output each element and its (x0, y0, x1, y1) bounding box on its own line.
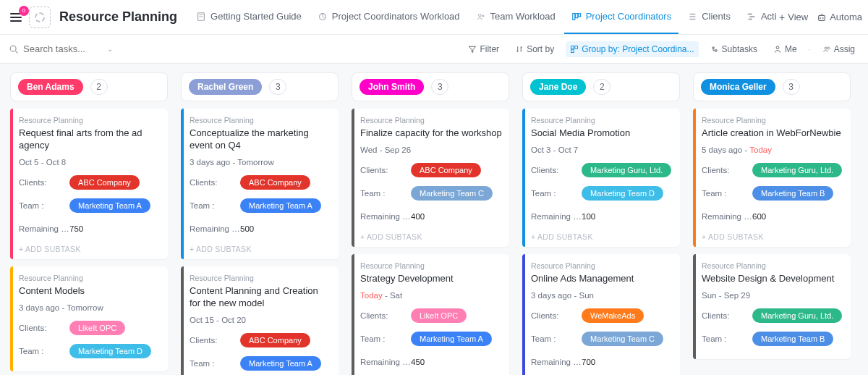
client-chip[interactable]: LikeIt OPC (69, 321, 125, 335)
tab-clients[interactable]: Clients (680, 1, 738, 34)
group-icon (570, 45, 579, 54)
filter-button[interactable]: Filter (464, 41, 503, 57)
assignee-button[interactable]: Assig (818, 41, 859, 57)
notification-badge: 0 (19, 6, 29, 16)
team-chip[interactable]: Marketing Team A (411, 332, 492, 346)
client-chip[interactable]: LikeIt OPC (411, 308, 467, 323)
add-view-button[interactable]: + View (779, 12, 808, 23)
column-header[interactable]: Rachel Green3 (181, 72, 339, 101)
search-input[interactable] (23, 43, 103, 54)
task-title: Social Media Promotion (531, 127, 673, 140)
add-subtask-button[interactable]: + ADD SUBTASK (702, 231, 843, 241)
tab-project-coordinators[interactable]: Project Coordinators (564, 1, 679, 34)
person-chip: Monica Geller (701, 79, 775, 95)
svg-point-19 (820, 17, 822, 19)
tab-label: Getting Started Guide (210, 11, 302, 22)
status-bar (352, 254, 354, 375)
team-icon (476, 12, 486, 22)
person-icon (773, 45, 782, 54)
client-chip[interactable]: WeMakeAds (582, 308, 644, 323)
label: Team : (531, 334, 582, 343)
breadcrumb: Resource Planning (531, 116, 673, 125)
team-row: Team :Marketing Team C (360, 185, 502, 202)
tab-activity-gantt[interactable]: Activity Gantt (739, 1, 776, 34)
svg-point-22 (10, 46, 16, 51)
label: Team : (702, 334, 752, 343)
label: Assig (834, 44, 855, 54)
menu-button[interactable]: 0 (6, 9, 26, 26)
label: Clients: (531, 311, 582, 320)
add-subtask-button[interactable]: + ADD SUBTASK (531, 231, 673, 241)
count-badge: 2 (593, 79, 610, 95)
chevron-down-icon[interactable]: ⌄ (107, 45, 113, 53)
sort-button[interactable]: Sort by (511, 41, 558, 57)
team-chip[interactable]: Marketing Team B (752, 186, 833, 201)
board-column: Ben Adams2Resource PlanningRequest final… (10, 72, 168, 375)
task-card[interactable]: Resource PlanningConceptualize the marke… (181, 109, 339, 259)
client-chip[interactable]: Marketing Guru, Ltd. (752, 163, 842, 177)
task-card[interactable]: Resource PlanningSocial Media PromotionO… (522, 109, 680, 247)
tab-label: Team Workload (490, 11, 556, 22)
task-card[interactable]: Resource PlanningContent Models3 days ag… (10, 266, 168, 371)
doc-icon (196, 12, 206, 22)
me-button[interactable]: Me (769, 41, 801, 57)
team-chip[interactable]: Marketing Team D (69, 344, 151, 358)
label: Clients: (19, 178, 69, 187)
client-chip[interactable]: Marketing Guru, Ltd. (582, 163, 671, 177)
tab-coordinators-workload[interactable]: Project Coordinators Workload (310, 1, 467, 34)
team-chip[interactable]: Marketing Team B (752, 332, 833, 346)
team-chip[interactable]: Marketing Team A (240, 356, 321, 371)
subtasks-button[interactable]: Subtasks (706, 41, 762, 57)
task-dates: 3 days ago - Tomorrow (19, 303, 161, 312)
task-dates: 3 days ago - Tomorrow (190, 158, 331, 167)
svg-rect-12 (748, 13, 752, 14)
task-card[interactable]: Resource PlanningRequest final arts from… (10, 109, 168, 259)
tab-team-workload[interactable]: Team Workload (469, 1, 563, 34)
client-chip[interactable]: ABC Company (240, 175, 310, 190)
task-card[interactable]: Resource PlanningWebsite Design & Develo… (693, 254, 851, 359)
team-chip[interactable]: Marketing Team D (582, 186, 663, 201)
tab-label: Project Coordinators Workload (332, 11, 460, 22)
team-chip[interactable]: Marketing Team A (69, 198, 150, 213)
task-title: Content Models (19, 285, 161, 298)
person-chip: Ben Adams (18, 79, 83, 95)
label: Clients: (190, 336, 240, 345)
team-chip[interactable]: Marketing Team C (582, 332, 663, 346)
plus-icon: + (779, 12, 785, 23)
add-subtask-button[interactable]: + ADD SUBTASK (360, 231, 502, 241)
label: Remaining B... (531, 212, 582, 221)
add-subtask-button[interactable]: + ADD SUBTASK (190, 243, 331, 253)
client-chip[interactable]: ABC Company (240, 333, 310, 347)
board-column: Rachel Green3Resource PlanningConceptual… (181, 72, 339, 375)
task-card[interactable]: Resource PlanningArticle creation in Web… (693, 109, 851, 247)
column-header[interactable]: John Smith3 (352, 72, 509, 101)
board-icon (571, 12, 582, 22)
column-header[interactable]: Jane Doe2 (522, 72, 680, 101)
team-chip[interactable]: Marketing Team C (411, 186, 493, 201)
sort-icon (515, 45, 524, 54)
label: Remaining B... (190, 224, 240, 233)
label: Me (785, 44, 797, 54)
task-card[interactable]: Resource PlanningOnline Ads Management3 … (522, 254, 680, 375)
task-card[interactable]: Resource PlanningFinalize capacity for t… (352, 109, 509, 247)
column-header[interactable]: Monica Geller3 (693, 72, 851, 101)
label: Team : (702, 189, 752, 198)
team-chip[interactable]: Marketing Team A (240, 198, 321, 213)
group-by-button[interactable]: Group by: Project Coordina... (566, 41, 698, 57)
search-box[interactable]: ⌄ (9, 43, 139, 54)
label: Automa (830, 12, 862, 22)
client-chip[interactable]: ABC Company (411, 163, 481, 177)
remaining-row: Remaining B...700 (531, 353, 673, 371)
tab-label: Activity Gantt (761, 11, 776, 22)
task-card[interactable]: Resource PlanningContent Planning and Cr… (181, 266, 339, 375)
tab-getting-started[interactable]: Getting Started Guide (189, 1, 309, 34)
automate-button[interactable]: Automa (817, 12, 862, 22)
breadcrumb: Resource Planning (531, 261, 673, 270)
add-subtask-button[interactable]: + ADD SUBTASK (19, 243, 161, 253)
client-chip[interactable]: Marketing Guru, Ltd. (752, 308, 842, 323)
space-icon[interactable] (29, 7, 51, 28)
client-chip[interactable]: ABC Company (69, 175, 140, 190)
task-card[interactable]: Resource PlanningStrategy DevelopmentTod… (352, 254, 509, 375)
view-tabs: Getting Started Guide Project Coordinato… (189, 1, 776, 34)
column-header[interactable]: Ben Adams2 (10, 72, 168, 101)
